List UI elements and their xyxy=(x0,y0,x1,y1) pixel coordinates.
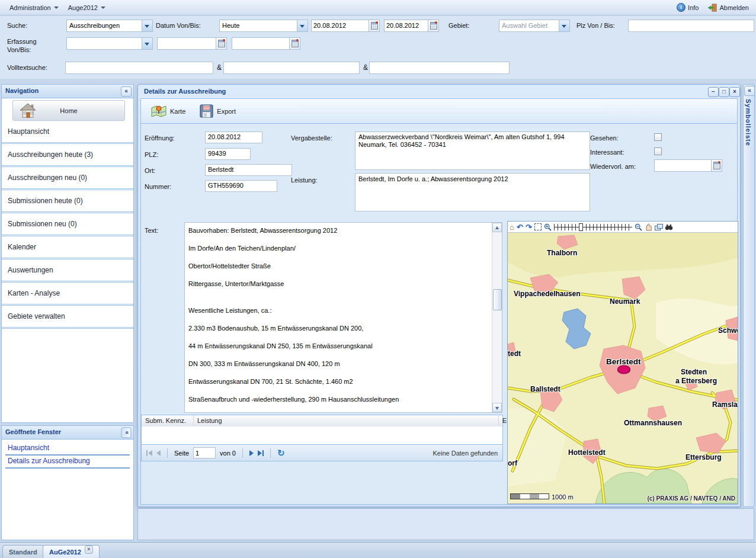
calendar-icon[interactable] xyxy=(369,20,379,31)
scroll-down-icon[interactable] xyxy=(492,403,502,412)
tab-close-icon[interactable]: × xyxy=(85,546,93,554)
vergabestelle-area[interactable]: Abwasserzweckverband \"Nordkreis Weimar\… xyxy=(355,132,590,170)
logout-button[interactable]: Abmelden xyxy=(708,4,749,12)
zoom-slider[interactable] xyxy=(554,223,632,231)
sidebar-nav-item[interactable]: Hauptansicht xyxy=(2,121,133,144)
map-home-icon[interactable]: ⌂ xyxy=(510,223,514,231)
pan-hand-icon[interactable] xyxy=(645,223,652,231)
zoom-out-icon[interactable] xyxy=(635,223,642,231)
info-label: Info xyxy=(688,4,699,11)
sidebar-nav-item[interactable]: Submissionen heute (0) xyxy=(2,190,133,213)
first-page-button[interactable] xyxy=(146,450,152,456)
erfassung-from-field[interactable] xyxy=(157,37,227,50)
map-undo-icon[interactable]: ↶ xyxy=(517,223,523,231)
navigation-item-list: Hauptansicht Ausschreibungen heute (3) A… xyxy=(2,121,133,329)
suche-type-select[interactable]: Ausschreibungen xyxy=(66,20,153,32)
erfassung-to-input[interactable] xyxy=(232,38,290,48)
plz-input[interactable] xyxy=(628,20,754,32)
text-label: Text: xyxy=(145,227,158,234)
plz-detail-field[interactable]: 99439 xyxy=(205,148,251,160)
gesehen-checkbox[interactable] xyxy=(654,133,662,141)
open-window-link[interactable]: Hauptansicht xyxy=(5,442,130,456)
dropdown-arrow-icon[interactable] xyxy=(559,20,569,31)
home-button-label: Home xyxy=(60,107,77,114)
grid-paging-toolbar: Seite von 0 ↻ Keine Daten gefunden xyxy=(142,444,502,461)
collapse-up-icon[interactable]: « xyxy=(121,428,132,438)
interessant-label: Interessant: xyxy=(590,149,624,156)
nummer-field[interactable]: GTH559690 xyxy=(205,180,277,192)
date-from-input[interactable] xyxy=(312,20,369,30)
grid-body-empty[interactable] xyxy=(142,426,502,444)
next-page-button[interactable] xyxy=(249,450,254,456)
dropdown-arrow-icon[interactable] xyxy=(297,20,307,31)
expand-left-icon[interactable]: « xyxy=(744,86,755,96)
zoom-slider-handle[interactable] xyxy=(579,223,583,231)
date-from-field[interactable] xyxy=(311,20,380,32)
map-scale-label: 1000 m xyxy=(552,493,574,501)
map-full-extent-icon[interactable] xyxy=(534,223,542,230)
grid-column-leistung[interactable]: Leistung xyxy=(194,415,499,426)
map-redo-icon[interactable]: ↷ xyxy=(526,223,532,231)
leistung-area[interactable]: Berlstedt, Im Dorfe u. a.; Abwasserentso… xyxy=(355,173,590,211)
grid-column-subm-kennz[interactable]: Subm. Kennz. xyxy=(142,415,194,426)
gebiet-select[interactable]: Auswahl Gebiet xyxy=(499,20,570,32)
ort-field[interactable]: Berlstedt xyxy=(205,164,292,176)
sidebar-nav-item[interactable]: Ausschreibungen heute (3) xyxy=(2,144,133,167)
map-town-label: tedt xyxy=(508,349,521,358)
sidebar-nav-item[interactable]: Gebiete verwalten xyxy=(2,306,133,329)
menu-administration[interactable]: Administration xyxy=(5,2,63,13)
interessant-checkbox[interactable] xyxy=(654,147,662,155)
karte-button[interactable]: Karte xyxy=(146,101,191,121)
export-button[interactable]: Export xyxy=(194,101,241,121)
calendar-icon[interactable] xyxy=(428,20,438,31)
plz-detail-label: PLZ: xyxy=(145,151,158,158)
tab-auge2012[interactable]: AuGe2012 × xyxy=(43,545,100,558)
sidebar-nav-item[interactable]: Submissionen neu (0) xyxy=(2,213,133,236)
refresh-icon[interactable]: ↻ xyxy=(277,449,285,457)
info-button[interactable]: i Info xyxy=(677,3,699,12)
previous-page-button[interactable] xyxy=(156,450,161,456)
scrollbar-thumb[interactable] xyxy=(493,289,502,310)
open-window-link[interactable]: Details zur Ausschreibung xyxy=(5,456,130,469)
page-number-input[interactable] xyxy=(193,447,216,458)
dropdown-arrow-icon[interactable] xyxy=(142,38,152,49)
erfassung-from-input[interactable] xyxy=(158,38,216,48)
erfassung-select[interactable] xyxy=(66,37,153,50)
text-area[interactable]: Bauvorhaben: Berlstedt, Abwasserentsorgu… xyxy=(184,222,502,413)
zoom-in-icon[interactable] xyxy=(544,223,552,231)
map-canvas[interactable]: Thalborn Vippachedelhausen Neumark Schwe… xyxy=(508,233,738,504)
volltext-input-3[interactable] xyxy=(369,62,510,74)
calendar-icon[interactable] xyxy=(216,38,226,49)
open-windows-list: Hauptansicht Details zur Ausschreibung xyxy=(5,442,130,469)
volltext-input-2[interactable] xyxy=(223,62,360,74)
date-to-input[interactable] xyxy=(385,20,428,30)
tab-standard[interactable]: Standard xyxy=(2,545,44,558)
search-binoculars-icon[interactable] xyxy=(665,223,673,230)
calendar-icon[interactable] xyxy=(711,160,722,171)
vertical-scrollbar[interactable] xyxy=(492,223,502,412)
symbolleiste-label: Symbolleiste xyxy=(745,99,752,146)
sidebar-nav-item[interactable]: Auswertungen xyxy=(2,259,133,283)
calendar-icon[interactable] xyxy=(289,38,300,49)
wiedervorlage-input[interactable] xyxy=(655,160,712,170)
date-to-field[interactable] xyxy=(384,20,439,32)
datum-preset-select[interactable]: Heute xyxy=(219,20,308,32)
menu-auge2012[interactable]: Auge2012 xyxy=(63,2,110,13)
minimize-button[interactable]: − xyxy=(708,87,719,97)
close-button[interactable]: × xyxy=(729,87,740,97)
sidebar-nav-item[interactable]: Karten - Analyse xyxy=(2,283,133,306)
overview-map-icon[interactable] xyxy=(655,224,662,230)
sidebar-nav-item[interactable]: Kalender xyxy=(2,236,133,259)
volltext-input-1[interactable] xyxy=(65,62,213,74)
collapse-left-icon[interactable]: « xyxy=(121,86,132,97)
maximize-button[interactable]: □ xyxy=(719,87,729,97)
wiedervorlage-field[interactable] xyxy=(654,159,722,172)
scroll-up-icon[interactable] xyxy=(492,223,502,232)
sidebar-nav-item[interactable]: Ausschreibungen neu (0) xyxy=(2,167,133,190)
erfassung-to-field[interactable] xyxy=(232,37,300,50)
last-page-button[interactable] xyxy=(258,450,264,456)
eroeffnung-field[interactable]: 20.08.2012 xyxy=(205,132,262,143)
home-button[interactable]: Home xyxy=(12,100,125,121)
dropdown-arrow-icon[interactable] xyxy=(142,20,152,31)
symbolleiste-collapsed-panel[interactable]: « Symbolleiste xyxy=(743,84,755,507)
